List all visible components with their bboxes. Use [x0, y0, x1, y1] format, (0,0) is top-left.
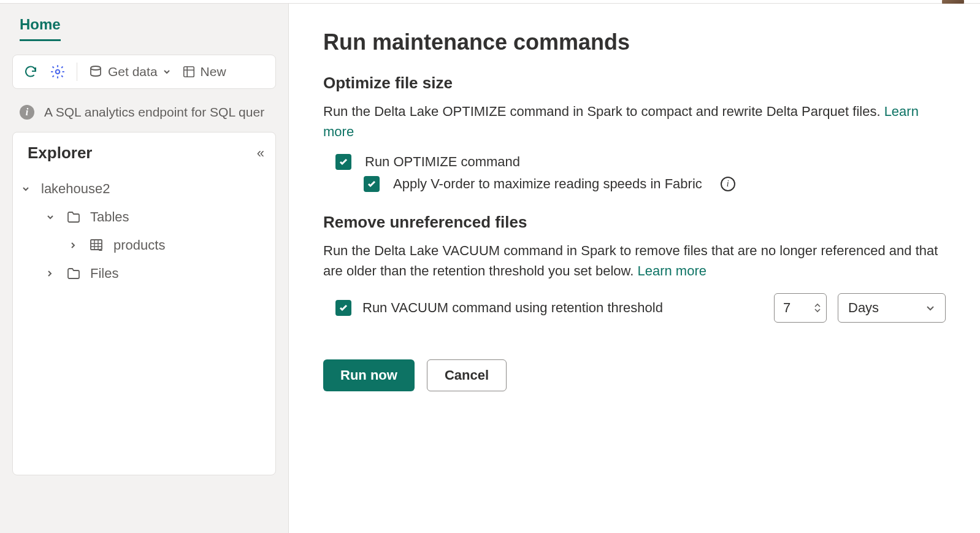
- tree-label: Tables: [90, 209, 129, 225]
- vacuum-desc-text: Run the Delta Lake VACUUM command in Spa…: [323, 243, 938, 278]
- chevron-down-icon[interactable]: [814, 308, 821, 313]
- run-optimize-checkbox[interactable]: [335, 154, 351, 170]
- tree-node-files[interactable]: Files: [21, 259, 275, 288]
- explorer-panel: Explorer « lakehouse2 Tables: [12, 132, 276, 475]
- tree-label: Files: [90, 266, 118, 282]
- optimize-heading: Optimize file size: [323, 74, 946, 93]
- folder-icon: [66, 209, 82, 225]
- toolbar: Get data New: [12, 55, 276, 89]
- svg-rect-2: [183, 67, 194, 77]
- chevron-down-icon: [46, 213, 57, 221]
- grid-icon: [182, 65, 196, 79]
- vorder-label: Apply V-order to maximize reading speeds…: [393, 176, 702, 192]
- svg-point-1: [91, 66, 101, 70]
- vorder-checkbox[interactable]: [364, 176, 380, 192]
- collapse-panel-icon[interactable]: «: [257, 145, 264, 161]
- run-optimize-checkbox-row: Run OPTIMIZE command: [335, 154, 946, 170]
- vacuum-heading: Remove unreferenced files: [323, 213, 946, 232]
- vacuum-description: Run the Delta Lake VACUUM command in Spa…: [323, 240, 946, 281]
- retention-row: Run VACUUM command using retention thres…: [335, 293, 946, 323]
- optimize-description: Run the Delta Lake OPTIMIZE command in S…: [323, 101, 946, 142]
- get-data-label: Get data: [108, 64, 158, 79]
- svg-rect-3: [91, 240, 102, 250]
- get-data-button[interactable]: Get data: [88, 64, 171, 79]
- chevron-right-icon: [46, 269, 57, 278]
- database-icon: [88, 64, 103, 79]
- info-icon[interactable]: i: [721, 177, 735, 191]
- explorer-tree: lakehouse2 Tables products: [13, 170, 275, 288]
- tab-strip: Home: [12, 16, 288, 41]
- gear-icon[interactable]: [50, 64, 66, 80]
- chevron-down-icon: [21, 185, 33, 193]
- explorer-title: Explorer: [28, 144, 93, 163]
- vorder-checkbox-row: Apply V-order to maximize reading speeds…: [364, 176, 946, 192]
- new-button[interactable]: New: [182, 64, 226, 79]
- banner-text: A SQL analytics endpoint for SQL quer: [44, 105, 264, 120]
- panel-title: Run maintenance commands: [323, 29, 946, 55]
- tree-label: products: [113, 237, 165, 253]
- tree-label: lakehouse2: [41, 181, 110, 197]
- table-icon: [89, 237, 105, 253]
- tab-home[interactable]: Home: [20, 16, 61, 41]
- retention-number-input[interactable]: 7: [774, 293, 827, 323]
- maintenance-panel: Run maintenance commands Optimize file s…: [288, 4, 980, 533]
- tree-node-products[interactable]: products: [21, 231, 275, 259]
- chevron-down-icon: [163, 67, 171, 76]
- number-spinner[interactable]: [814, 303, 821, 313]
- retention-unit-value: Days: [848, 300, 879, 316]
- button-row: Run now Cancel: [323, 359, 946, 391]
- new-label: New: [201, 64, 226, 79]
- run-vacuum-checkbox[interactable]: [335, 300, 351, 316]
- refresh-icon[interactable]: [23, 64, 39, 80]
- cancel-button[interactable]: Cancel: [427, 359, 507, 391]
- svg-point-0: [56, 70, 60, 74]
- folder-icon: [66, 266, 82, 282]
- run-now-button[interactable]: Run now: [323, 359, 415, 391]
- run-vacuum-label: Run VACUUM command using retention thres…: [362, 300, 663, 316]
- chevron-up-icon[interactable]: [814, 303, 821, 308]
- retention-unit-select[interactable]: Days: [838, 293, 946, 323]
- chevron-right-icon: [69, 241, 80, 250]
- sql-endpoint-banner: i A SQL analytics endpoint for SQL quer: [12, 105, 288, 120]
- retention-number-value: 7: [783, 300, 791, 316]
- chevron-down-icon: [925, 303, 935, 313]
- optimize-desc-text: Run the Delta Lake OPTIMIZE command in S…: [323, 104, 884, 119]
- tree-node-tables[interactable]: Tables: [21, 203, 275, 231]
- info-icon: i: [20, 105, 34, 120]
- vacuum-learn-more-link[interactable]: Learn more: [637, 263, 706, 278]
- toolbar-separator: [77, 63, 77, 81]
- run-optimize-label: Run OPTIMIZE command: [365, 154, 520, 170]
- left-pane: Home Get data New i A SQL analytics endp…: [0, 4, 288, 531]
- tree-node-lakehouse[interactable]: lakehouse2: [21, 175, 275, 203]
